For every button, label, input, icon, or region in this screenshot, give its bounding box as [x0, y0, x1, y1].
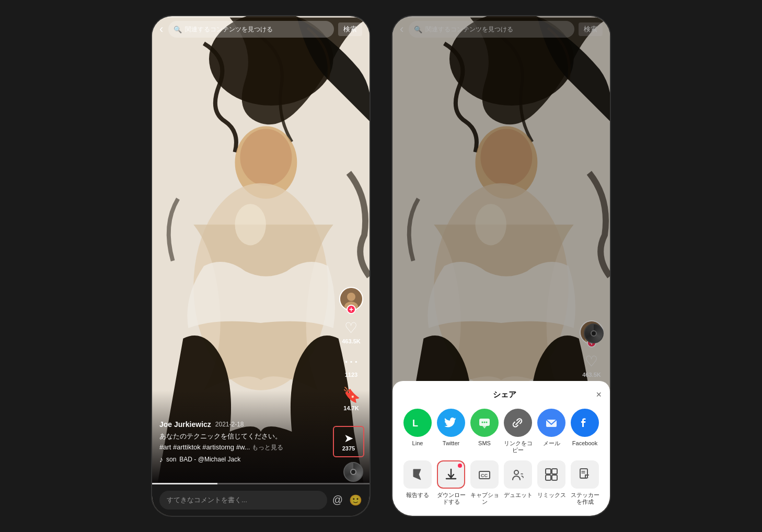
svg-rect-27: [546, 469, 551, 474]
mention-icon[interactable]: @: [332, 494, 343, 506]
right-phone: ‹ 🔍 関連するコンテンツを見つける 検索 + ♡ 463.5K ⋯ 1123: [391, 15, 611, 517]
like-count: 463.5K: [342, 338, 360, 344]
action-sticker[interactable]: ステッカーを作成: [569, 460, 601, 505]
action-remix[interactable]: リミックス: [536, 460, 567, 505]
bookmark-icon: 🔖: [342, 386, 361, 403]
copy-link-label: リンクをコピー: [502, 440, 534, 454]
facebook-label: Facebook: [572, 440, 597, 447]
music-info: ♪ son BAD - @Michael Jack: [159, 455, 338, 464]
svg-text:CC: CC: [481, 473, 488, 478]
report-icon: [403, 460, 432, 489]
emoji-icon[interactable]: 🙂: [349, 494, 362, 506]
close-button[interactable]: ×: [596, 389, 602, 400]
caption-label: キャプション: [469, 492, 500, 505]
mail-label: メール: [543, 440, 560, 447]
svg-point-7: [347, 293, 355, 301]
comment-icons: @ 🙂: [332, 494, 362, 506]
download-icon: [437, 460, 465, 489]
share-twitter[interactable]: Twitter: [435, 409, 467, 454]
svg-rect-30: [552, 475, 557, 480]
music-label: son: [166, 456, 176, 463]
share-copy-link[interactable]: リンクをコピー: [502, 409, 534, 454]
heart-icon: ♡: [344, 319, 357, 337]
video-description: あなたのテクニックを信じてください。: [159, 432, 338, 441]
share-facebook[interactable]: Facebook: [569, 409, 601, 454]
twitter-icon: [437, 409, 465, 437]
back-button[interactable]: ‹: [159, 22, 163, 36]
music-track: BAD - @Michael Jack: [179, 456, 240, 463]
top-bar: ‹ 🔍 関連するコンテンツを見つける 検索: [152, 16, 370, 42]
search-icon: 🔍: [174, 26, 182, 33]
twitter-label: Twitter: [443, 440, 459, 447]
share-modal-header: シェア ×: [401, 389, 602, 400]
duet-label: デュエット: [504, 492, 533, 499]
sticker-label: ステッカーを作成: [569, 492, 601, 505]
svg-point-26: [514, 470, 518, 475]
music-note-icon: ♪: [159, 455, 163, 464]
share-sms[interactable]: SMS: [469, 409, 500, 454]
remix-icon: [537, 460, 565, 489]
svg-rect-28: [552, 469, 557, 474]
download-label: ダウンロードする: [435, 492, 467, 505]
svg-rect-31: [580, 469, 587, 478]
share-count: 2375: [342, 445, 355, 452]
post-date: 2021-2-18: [215, 421, 244, 428]
comment-count: 1123: [345, 372, 357, 378]
more-link[interactable]: もっと見る: [252, 444, 283, 451]
comment-icon: ⋯: [344, 353, 359, 370]
share-modal: シェア × L Line: [392, 381, 610, 516]
search-text: 関連するコンテンツを見つける: [185, 25, 273, 34]
action-caption[interactable]: CC キャプション: [469, 460, 500, 505]
action-download[interactable]: ダウンロードする: [435, 460, 467, 505]
action-report[interactable]: 報告する: [402, 460, 433, 505]
svg-rect-29: [546, 475, 551, 480]
music-disc: [343, 462, 363, 482]
comment-bar: すてきなコメントを書く... @ 🙂: [152, 484, 370, 516]
share-icon: ➤: [344, 432, 353, 445]
sms-label: SMS: [478, 440, 491, 447]
search-button[interactable]: 検索: [338, 22, 362, 36]
creator-avatar[interactable]: +: [339, 287, 363, 311]
svg-point-3: [240, 129, 292, 186]
share-mail[interactable]: メール: [536, 409, 567, 454]
follow-plus-icon[interactable]: +: [347, 305, 356, 314]
disc-center: [350, 469, 356, 475]
sticker-icon: [571, 460, 599, 489]
hashtags: #art #arttiktok #artistomg #w... もっと見る: [159, 443, 338, 452]
left-phone: ‹ 🔍 関連するコンテンツを見つける 検索 + ♡ 463.5K ⋯ 1123: [151, 15, 371, 517]
svg-point-22: [486, 422, 488, 423]
report-label: 報告する: [406, 492, 429, 499]
svg-point-20: [482, 422, 483, 423]
comment-placeholder: すてきなコメントを書く...: [167, 495, 247, 505]
share-modal-title: シェア: [413, 390, 596, 400]
like-button[interactable]: ♡ 463.5K: [342, 319, 360, 344]
facebook-icon: [571, 409, 599, 437]
comment-input[interactable]: すてきなコメントを書く...: [159, 491, 327, 510]
share-row-1: L Line Twitter: [401, 409, 602, 454]
sms-icon: [470, 409, 499, 437]
mail-icon: [537, 409, 565, 437]
remix-label: リミックス: [537, 492, 566, 499]
share-line[interactable]: L Line: [402, 409, 433, 454]
bookmark-count: 14.7K: [343, 405, 359, 411]
caption-icon: CC: [470, 460, 499, 489]
action-duet[interactable]: デュエット: [502, 460, 534, 505]
bookmark-button[interactable]: 🔖 14.7K: [342, 386, 361, 411]
search-bar[interactable]: 🔍 関連するコンテンツを見つける: [168, 21, 334, 38]
copy-link-icon: [504, 409, 532, 437]
duet-icon: [504, 460, 532, 489]
comment-button[interactable]: ⋯ 1123: [344, 353, 359, 378]
author-name: Joe Jurkiewicz: [159, 420, 211, 429]
line-icon: L: [403, 409, 432, 437]
author-line: Joe Jurkiewicz 2021-2-18: [159, 420, 338, 429]
share-row-2: 報告する ダウンロードする: [401, 460, 602, 505]
svg-text:L: L: [412, 418, 418, 429]
right-actions: + ♡ 463.5K ⋯ 1123 🔖 14.7K: [339, 287, 363, 411]
svg-point-5: [235, 204, 265, 245]
svg-point-21: [484, 422, 486, 423]
share-button-highlighted[interactable]: ➤ 2375: [333, 426, 364, 457]
notification-dot: [458, 464, 462, 468]
line-label: Line: [412, 440, 423, 447]
share-modal-overlay: シェア × L Line: [392, 16, 610, 516]
